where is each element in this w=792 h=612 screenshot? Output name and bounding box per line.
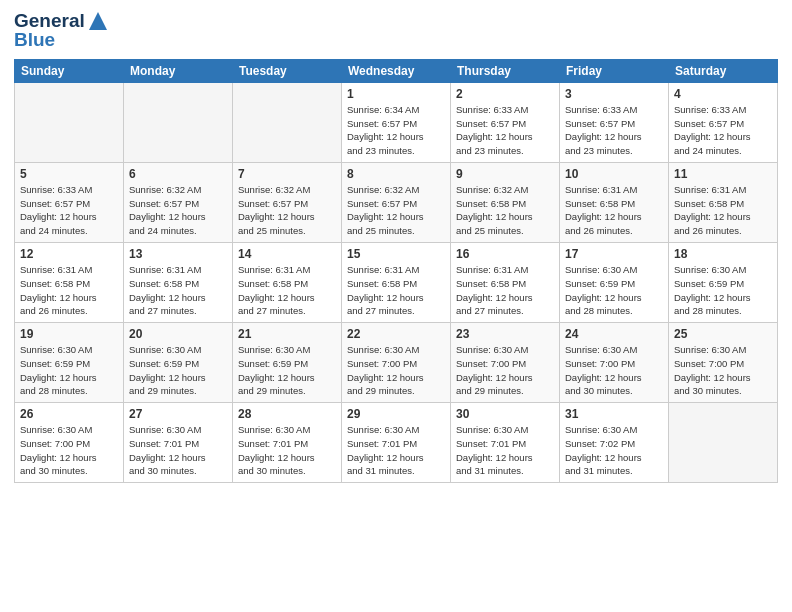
day-info: Sunrise: 6:33 AM Sunset: 6:57 PM Dayligh… xyxy=(20,183,118,238)
logo-icon xyxy=(87,10,109,32)
day-info: Sunrise: 6:30 AM Sunset: 7:02 PM Dayligh… xyxy=(565,423,663,478)
day-number: 14 xyxy=(238,247,336,261)
day-info: Sunrise: 6:30 AM Sunset: 6:59 PM Dayligh… xyxy=(129,343,227,398)
day-info: Sunrise: 6:30 AM Sunset: 7:00 PM Dayligh… xyxy=(674,343,772,398)
day-number: 9 xyxy=(456,167,554,181)
calendar-cell: 27Sunrise: 6:30 AM Sunset: 7:01 PM Dayli… xyxy=(124,403,233,483)
day-number: 30 xyxy=(456,407,554,421)
calendar-cell: 31Sunrise: 6:30 AM Sunset: 7:02 PM Dayli… xyxy=(560,403,669,483)
week-row-2: 5Sunrise: 6:33 AM Sunset: 6:57 PM Daylig… xyxy=(15,162,778,242)
day-info: Sunrise: 6:31 AM Sunset: 6:58 PM Dayligh… xyxy=(129,263,227,318)
calendar-cell: 23Sunrise: 6:30 AM Sunset: 7:00 PM Dayli… xyxy=(451,323,560,403)
calendar-table: SundayMondayTuesdayWednesdayThursdayFrid… xyxy=(14,59,778,483)
day-number: 15 xyxy=(347,247,445,261)
calendar-cell: 26Sunrise: 6:30 AM Sunset: 7:00 PM Dayli… xyxy=(15,403,124,483)
calendar-cell xyxy=(233,82,342,162)
day-number: 8 xyxy=(347,167,445,181)
calendar-cell: 4Sunrise: 6:33 AM Sunset: 6:57 PM Daylig… xyxy=(669,82,778,162)
col-header-friday: Friday xyxy=(560,59,669,82)
calendar-cell xyxy=(669,403,778,483)
day-number: 27 xyxy=(129,407,227,421)
day-number: 4 xyxy=(674,87,772,101)
day-number: 7 xyxy=(238,167,336,181)
day-number: 1 xyxy=(347,87,445,101)
calendar-cell xyxy=(124,82,233,162)
calendar-cell: 20Sunrise: 6:30 AM Sunset: 6:59 PM Dayli… xyxy=(124,323,233,403)
calendar-cell: 22Sunrise: 6:30 AM Sunset: 7:00 PM Dayli… xyxy=(342,323,451,403)
day-number: 5 xyxy=(20,167,118,181)
day-info: Sunrise: 6:30 AM Sunset: 7:00 PM Dayligh… xyxy=(347,343,445,398)
day-number: 10 xyxy=(565,167,663,181)
day-number: 6 xyxy=(129,167,227,181)
calendar-cell: 29Sunrise: 6:30 AM Sunset: 7:01 PM Dayli… xyxy=(342,403,451,483)
day-number: 31 xyxy=(565,407,663,421)
calendar-cell: 10Sunrise: 6:31 AM Sunset: 6:58 PM Dayli… xyxy=(560,162,669,242)
calendar-cell: 15Sunrise: 6:31 AM Sunset: 6:58 PM Dayli… xyxy=(342,243,451,323)
calendar-cell: 24Sunrise: 6:30 AM Sunset: 7:00 PM Dayli… xyxy=(560,323,669,403)
day-number: 29 xyxy=(347,407,445,421)
day-info: Sunrise: 6:31 AM Sunset: 6:58 PM Dayligh… xyxy=(347,263,445,318)
calendar-cell: 6Sunrise: 6:32 AM Sunset: 6:57 PM Daylig… xyxy=(124,162,233,242)
day-number: 16 xyxy=(456,247,554,261)
day-info: Sunrise: 6:31 AM Sunset: 6:58 PM Dayligh… xyxy=(674,183,772,238)
calendar-cell xyxy=(15,82,124,162)
day-number: 13 xyxy=(129,247,227,261)
day-info: Sunrise: 6:31 AM Sunset: 6:58 PM Dayligh… xyxy=(456,263,554,318)
day-info: Sunrise: 6:30 AM Sunset: 7:01 PM Dayligh… xyxy=(238,423,336,478)
header-row: SundayMondayTuesdayWednesdayThursdayFrid… xyxy=(15,59,778,82)
day-info: Sunrise: 6:31 AM Sunset: 6:58 PM Dayligh… xyxy=(565,183,663,238)
day-info: Sunrise: 6:30 AM Sunset: 7:00 PM Dayligh… xyxy=(20,423,118,478)
day-info: Sunrise: 6:30 AM Sunset: 6:59 PM Dayligh… xyxy=(238,343,336,398)
col-header-sunday: Sunday xyxy=(15,59,124,82)
day-number: 18 xyxy=(674,247,772,261)
day-info: Sunrise: 6:33 AM Sunset: 6:57 PM Dayligh… xyxy=(456,103,554,158)
day-info: Sunrise: 6:31 AM Sunset: 6:58 PM Dayligh… xyxy=(238,263,336,318)
day-info: Sunrise: 6:30 AM Sunset: 7:01 PM Dayligh… xyxy=(456,423,554,478)
calendar-cell: 11Sunrise: 6:31 AM Sunset: 6:58 PM Dayli… xyxy=(669,162,778,242)
day-number: 3 xyxy=(565,87,663,101)
day-info: Sunrise: 6:32 AM Sunset: 6:57 PM Dayligh… xyxy=(238,183,336,238)
day-number: 25 xyxy=(674,327,772,341)
day-info: Sunrise: 6:32 AM Sunset: 6:57 PM Dayligh… xyxy=(347,183,445,238)
calendar-cell: 8Sunrise: 6:32 AM Sunset: 6:57 PM Daylig… xyxy=(342,162,451,242)
day-info: Sunrise: 6:33 AM Sunset: 6:57 PM Dayligh… xyxy=(674,103,772,158)
day-info: Sunrise: 6:30 AM Sunset: 7:01 PM Dayligh… xyxy=(129,423,227,478)
day-info: Sunrise: 6:30 AM Sunset: 7:00 PM Dayligh… xyxy=(456,343,554,398)
day-number: 24 xyxy=(565,327,663,341)
logo-blue: Blue xyxy=(14,30,109,51)
calendar-cell: 1Sunrise: 6:34 AM Sunset: 6:57 PM Daylig… xyxy=(342,82,451,162)
day-info: Sunrise: 6:30 AM Sunset: 6:59 PM Dayligh… xyxy=(674,263,772,318)
day-info: Sunrise: 6:30 AM Sunset: 7:01 PM Dayligh… xyxy=(347,423,445,478)
page-header: General Blue xyxy=(14,10,778,51)
calendar-cell: 5Sunrise: 6:33 AM Sunset: 6:57 PM Daylig… xyxy=(15,162,124,242)
calendar-cell: 16Sunrise: 6:31 AM Sunset: 6:58 PM Dayli… xyxy=(451,243,560,323)
calendar-cell: 18Sunrise: 6:30 AM Sunset: 6:59 PM Dayli… xyxy=(669,243,778,323)
calendar-cell: 25Sunrise: 6:30 AM Sunset: 7:00 PM Dayli… xyxy=(669,323,778,403)
col-header-monday: Monday xyxy=(124,59,233,82)
week-row-5: 26Sunrise: 6:30 AM Sunset: 7:00 PM Dayli… xyxy=(15,403,778,483)
logo: General Blue xyxy=(14,10,109,51)
calendar-cell: 9Sunrise: 6:32 AM Sunset: 6:58 PM Daylig… xyxy=(451,162,560,242)
calendar-cell: 13Sunrise: 6:31 AM Sunset: 6:58 PM Dayli… xyxy=(124,243,233,323)
col-header-wednesday: Wednesday xyxy=(342,59,451,82)
day-info: Sunrise: 6:30 AM Sunset: 7:00 PM Dayligh… xyxy=(565,343,663,398)
day-info: Sunrise: 6:32 AM Sunset: 6:58 PM Dayligh… xyxy=(456,183,554,238)
week-row-3: 12Sunrise: 6:31 AM Sunset: 6:58 PM Dayli… xyxy=(15,243,778,323)
day-info: Sunrise: 6:34 AM Sunset: 6:57 PM Dayligh… xyxy=(347,103,445,158)
day-number: 26 xyxy=(20,407,118,421)
day-number: 28 xyxy=(238,407,336,421)
day-number: 12 xyxy=(20,247,118,261)
calendar-cell: 3Sunrise: 6:33 AM Sunset: 6:57 PM Daylig… xyxy=(560,82,669,162)
page-container: General Blue SundayMondayTuesdayWednesda… xyxy=(0,0,792,493)
day-number: 22 xyxy=(347,327,445,341)
calendar-cell: 14Sunrise: 6:31 AM Sunset: 6:58 PM Dayli… xyxy=(233,243,342,323)
day-info: Sunrise: 6:32 AM Sunset: 6:57 PM Dayligh… xyxy=(129,183,227,238)
day-info: Sunrise: 6:30 AM Sunset: 6:59 PM Dayligh… xyxy=(565,263,663,318)
calendar-cell: 21Sunrise: 6:30 AM Sunset: 6:59 PM Dayli… xyxy=(233,323,342,403)
calendar-cell: 17Sunrise: 6:30 AM Sunset: 6:59 PM Dayli… xyxy=(560,243,669,323)
week-row-4: 19Sunrise: 6:30 AM Sunset: 6:59 PM Dayli… xyxy=(15,323,778,403)
calendar-cell: 2Sunrise: 6:33 AM Sunset: 6:57 PM Daylig… xyxy=(451,82,560,162)
day-number: 20 xyxy=(129,327,227,341)
col-header-saturday: Saturday xyxy=(669,59,778,82)
calendar-cell: 30Sunrise: 6:30 AM Sunset: 7:01 PM Dayli… xyxy=(451,403,560,483)
